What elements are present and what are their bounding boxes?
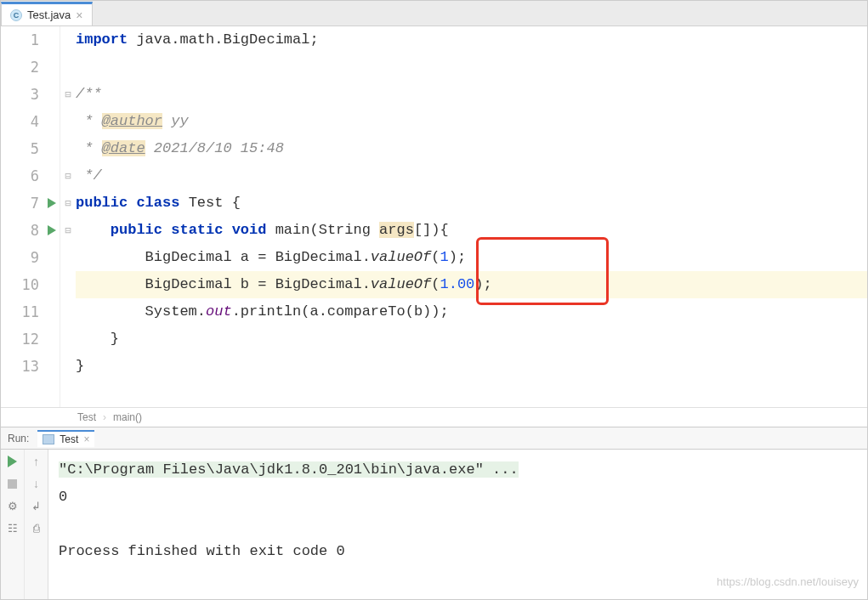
console-output[interactable]: "C:\Program Files\Java\jdk1.8.0_201\bin\… bbox=[48, 450, 867, 599]
fold-icon[interactable]: ⊟ bbox=[60, 81, 76, 108]
editor-area[interactable]: 1 2 3 4 5 6 7 8 9 10 11 12 13 ⊟ ⊟ ⊟ ⊟ im… bbox=[1, 26, 867, 407]
gutter-line: 13 bbox=[1, 353, 39, 380]
gutter-line: 10 bbox=[1, 271, 39, 298]
run-toolbar-secondary bbox=[25, 450, 48, 599]
gutter: 1 2 3 4 5 6 7 8 9 10 11 12 13 bbox=[1, 26, 60, 407]
application-icon bbox=[43, 434, 54, 444]
rerun-button[interactable] bbox=[6, 455, 20, 468]
breadcrumb[interactable]: Test › main() bbox=[1, 407, 867, 427]
exit-message: Process finished with exit code 0 bbox=[59, 538, 857, 565]
tab-filename: Test.java bbox=[27, 8, 71, 21]
run-gutter-icon[interactable] bbox=[48, 198, 56, 208]
run-panel: Run: Test × "C:\Program Files\Java\jdk1.… bbox=[1, 427, 867, 599]
run-config-name: Test bbox=[60, 433, 78, 445]
run-gutter-icon[interactable] bbox=[48, 225, 56, 235]
close-icon[interactable]: × bbox=[83, 433, 89, 445]
scroll-to-end-icon[interactable] bbox=[30, 521, 43, 535]
gutter-line: 5 bbox=[1, 135, 39, 162]
editor-tab-test-java[interactable]: Test.java × bbox=[1, 2, 93, 25]
fold-icon[interactable]: ⊟ bbox=[60, 217, 76, 244]
run-panel-label: Run: bbox=[8, 433, 29, 444]
run-toolbar-primary bbox=[1, 450, 25, 599]
gutter-line: 11 bbox=[1, 298, 39, 325]
soft-wrap-icon[interactable] bbox=[30, 499, 43, 512]
gutter-line: 9 bbox=[1, 244, 39, 271]
layout-icon[interactable] bbox=[6, 521, 20, 535]
gutter-line[interactable]: 8 bbox=[1, 217, 39, 244]
program-output: 0 bbox=[59, 484, 857, 511]
code-column[interactable]: import java.math.BigDecimal; /** * @auth… bbox=[76, 26, 867, 407]
gutter-line: 12 bbox=[1, 325, 39, 353]
arrow-down-icon[interactable] bbox=[30, 477, 43, 490]
command-line: "C:\Program Files\Java\jdk1.8.0_201\bin\… bbox=[59, 461, 519, 478]
chevron-right-icon: › bbox=[103, 411, 106, 423]
dump-threads-icon[interactable] bbox=[6, 499, 20, 512]
watermark: https://blog.csdn.net/louiseyy bbox=[717, 569, 859, 596]
breadcrumb-item[interactable]: main() bbox=[113, 411, 142, 423]
fold-icon[interactable]: ⊟ bbox=[60, 162, 76, 190]
breadcrumb-item[interactable]: Test bbox=[77, 411, 96, 423]
gutter-line bbox=[1, 380, 39, 407]
editor-tab-bar: Test.java × bbox=[1, 1, 867, 26]
close-icon[interactable]: × bbox=[76, 8, 82, 22]
gutter-line: 2 bbox=[1, 54, 39, 81]
gutter-line[interactable]: 7 bbox=[1, 190, 39, 217]
stop-button[interactable] bbox=[6, 477, 20, 490]
fold-column: ⊟ ⊟ ⊟ ⊟ bbox=[60, 26, 76, 407]
arrow-up-icon[interactable] bbox=[30, 455, 43, 468]
run-panel-header: Run: Test × bbox=[1, 427, 867, 450]
run-config-tab[interactable]: Test × bbox=[37, 430, 94, 447]
gutter-line: 3 bbox=[1, 81, 39, 108]
java-class-icon bbox=[10, 9, 22, 21]
gutter-line: 1 bbox=[1, 26, 39, 54]
fold-icon[interactable]: ⊟ bbox=[60, 190, 76, 217]
gutter-line: 4 bbox=[1, 108, 39, 135]
gutter-line: 6 bbox=[1, 162, 39, 190]
